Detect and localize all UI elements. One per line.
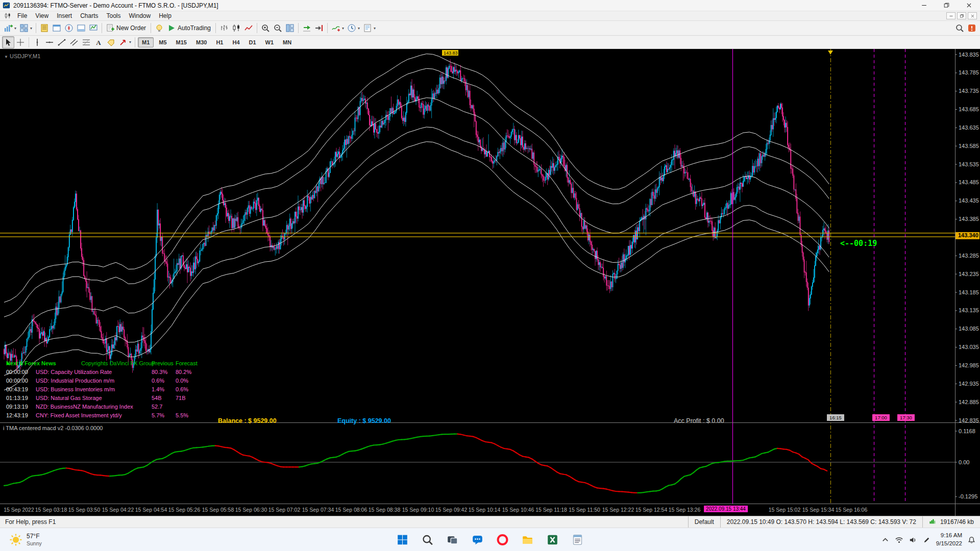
price-label: 143.735 xyxy=(959,88,979,94)
new-chart-button[interactable]: ▾ xyxy=(2,22,18,34)
timeframe-h4[interactable]: H4 xyxy=(228,37,243,47)
chevron-down-icon: ▾ xyxy=(358,26,360,31)
menu-view[interactable]: View xyxy=(31,11,53,20)
menu-file[interactable]: File xyxy=(13,11,31,20)
play-green-icon xyxy=(167,23,176,33)
maximize-button[interactable] xyxy=(935,0,958,11)
child-minimize-button[interactable] xyxy=(946,12,955,19)
timeframe-d1[interactable]: D1 xyxy=(245,37,260,47)
tiles-icon xyxy=(285,23,295,33)
templates-button[interactable]: ▾ xyxy=(361,22,377,34)
strategy-tester-button[interactable] xyxy=(87,22,100,34)
taskbar-search-icon[interactable] xyxy=(418,530,438,550)
taskbar-excel-icon[interactable] xyxy=(543,530,563,550)
weather-condition: Sunny xyxy=(27,540,42,547)
line-chart-button[interactable] xyxy=(242,22,255,34)
menu-insert[interactable]: Insert xyxy=(53,11,76,20)
taskbar-task-view-icon[interactable] xyxy=(443,530,463,550)
bottom-time-tag-text: 16:15 xyxy=(829,415,842,420)
indicator-scale-label: 0.1168 xyxy=(959,428,975,434)
cursor-button[interactable] xyxy=(2,36,14,48)
auto-scroll-button[interactable] xyxy=(301,22,313,34)
taskbar-start-icon[interactable] xyxy=(393,530,413,550)
chart-shift-button[interactable] xyxy=(313,22,325,34)
bar-chart-button[interactable] xyxy=(218,22,230,34)
equidistant-channel-button[interactable] xyxy=(68,36,80,48)
menu-help[interactable]: Help xyxy=(155,11,176,20)
price-label: 143.185 xyxy=(959,289,979,295)
chart-profiles-button[interactable]: ▾ xyxy=(18,22,34,34)
terminal-button[interactable] xyxy=(75,22,87,34)
status-profile[interactable]: Default xyxy=(688,516,720,528)
navigator-button[interactable] xyxy=(63,22,75,34)
candles-icon xyxy=(232,23,241,33)
taskbar-file-explorer-icon[interactable] xyxy=(518,530,538,550)
arrows-button[interactable]: ▾ xyxy=(117,36,133,48)
new-order-button[interactable]: New Order xyxy=(104,22,149,34)
tray-time: 9:16 AM xyxy=(936,532,962,540)
minimize-button[interactable] xyxy=(913,0,935,11)
bottom-time-tag-text: 17:00 xyxy=(875,415,887,420)
status-bar: For Help, press F1 Default 2022.09.15 10… xyxy=(0,516,980,528)
timeframe-h1[interactable]: H1 xyxy=(212,37,227,47)
tray-notifications-icon[interactable] xyxy=(967,536,976,544)
price-label: 143.385 xyxy=(959,216,979,222)
tray-hidden-icons-icon[interactable] xyxy=(881,536,890,544)
bottom-time-tag-text: 17:30 xyxy=(900,415,912,420)
zoom-out-button[interactable] xyxy=(272,22,284,34)
menu-tools[interactable]: Tools xyxy=(103,11,125,20)
tile-windows-button[interactable] xyxy=(284,22,296,34)
alerts-button[interactable] xyxy=(966,22,978,34)
zoom-in-button[interactable] xyxy=(259,22,272,34)
timeframe-mn[interactable]: MN xyxy=(279,37,296,47)
timeframe-m30[interactable]: M30 xyxy=(192,37,211,47)
menu-window[interactable]: Window xyxy=(125,11,155,20)
child-close-button[interactable] xyxy=(968,12,977,19)
market-watch-button[interactable] xyxy=(38,22,51,34)
vertical-line-button[interactable] xyxy=(31,36,43,48)
timeframe-m15[interactable]: M15 xyxy=(172,37,191,47)
grid-icon xyxy=(19,23,29,33)
taskbar-notepad-icon[interactable] xyxy=(568,530,588,550)
chart-window[interactable]: 143.835143.785143.735143.685143.635143.5… xyxy=(0,49,980,516)
alert-icon xyxy=(967,23,976,33)
quick-search-button[interactable] xyxy=(953,22,966,34)
crosshair-button[interactable] xyxy=(14,36,27,48)
fibonacci-button[interactable] xyxy=(80,36,92,48)
tray-network-icon[interactable] xyxy=(895,536,903,544)
taskbar-chat-icon[interactable] xyxy=(468,530,488,550)
timeframe-m1[interactable]: M1 xyxy=(138,37,154,47)
weather-temp: 57°F xyxy=(27,533,42,540)
text-button[interactable]: A xyxy=(92,36,105,48)
timeframe-w1[interactable]: W1 xyxy=(261,37,278,47)
timeframe-m5[interactable]: M5 xyxy=(155,37,170,47)
top-price-tag-text: 143.83 xyxy=(444,51,458,56)
toolbar-separator xyxy=(29,37,29,47)
weather-widget[interactable]: 57°F Sunny xyxy=(4,528,47,551)
indicators-list-button[interactable]: ▾ xyxy=(330,22,346,34)
horizontal-line-button[interactable] xyxy=(43,36,56,48)
tray-pen-icon[interactable] xyxy=(922,536,931,544)
candle-chart-button[interactable] xyxy=(230,22,242,34)
data-window-button[interactable] xyxy=(51,22,63,34)
bulb-icon xyxy=(155,23,164,33)
autotrading-button[interactable]: AutoTrading xyxy=(165,22,213,34)
chart-background xyxy=(0,49,980,516)
app-icon xyxy=(3,2,10,9)
sun-icon xyxy=(9,533,22,546)
close-button[interactable] xyxy=(958,0,980,11)
price-label: 143.285 xyxy=(959,253,979,259)
periods-button[interactable]: ▾ xyxy=(346,22,361,34)
indicator-scale-label: 0.00 xyxy=(959,459,969,465)
tray-volume-icon[interactable] xyxy=(909,536,917,544)
text-label-button[interactable] xyxy=(105,36,117,48)
trendline-button[interactable] xyxy=(56,36,68,48)
hline-icon xyxy=(45,38,54,47)
child-restore-button[interactable] xyxy=(957,12,966,19)
price-label: 143.785 xyxy=(959,69,979,76)
taskbar-clock[interactable]: 9:16 AM9/15/2022 xyxy=(936,532,962,547)
toolbar-separator xyxy=(215,23,216,33)
metaeditor-button[interactable] xyxy=(153,22,165,34)
menu-charts[interactable]: Charts xyxy=(76,11,102,20)
taskbar-opera-icon[interactable] xyxy=(493,530,513,550)
